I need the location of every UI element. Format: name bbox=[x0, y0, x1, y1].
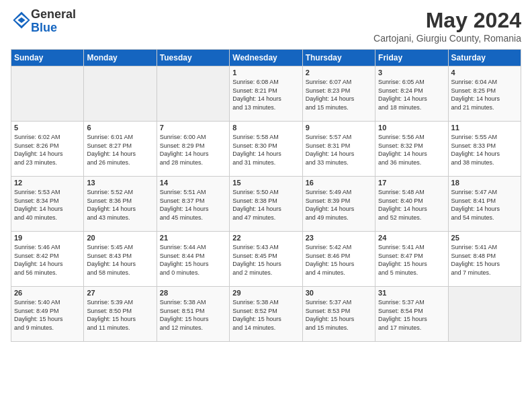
page: General Blue May 2024 Cartojani, Giurgiu… bbox=[0, 0, 532, 411]
day-number: 3 bbox=[378, 68, 445, 77]
day-number: 21 bbox=[160, 234, 226, 242]
logo: General Blue bbox=[11, 8, 76, 35]
day-number: 13 bbox=[87, 179, 153, 187]
col-saturday: Saturday bbox=[448, 50, 521, 66]
day-number: 8 bbox=[232, 124, 299, 132]
calendar-cell: 22Sunrise: 5:43 AM Sunset: 8:45 PM Dayli… bbox=[230, 232, 302, 287]
day-number: 5 bbox=[14, 124, 81, 132]
day-info: Sunrise: 6:07 AM Sunset: 8:23 PM Dayligh… bbox=[306, 78, 372, 111]
day-info: Sunrise: 5:41 AM Sunset: 8:48 PM Dayligh… bbox=[451, 243, 518, 277]
day-info: Sunrise: 5:48 AM Sunset: 8:40 PM Dayligh… bbox=[378, 188, 445, 222]
day-info: Sunrise: 5:57 AM Sunset: 8:31 PM Dayligh… bbox=[306, 133, 372, 167]
day-info: Sunrise: 5:52 AM Sunset: 8:36 PM Dayligh… bbox=[87, 188, 153, 222]
logo-blue: Blue bbox=[31, 21, 57, 34]
day-number: 4 bbox=[451, 68, 518, 77]
calendar-cell: 17Sunrise: 5:48 AM Sunset: 8:40 PM Dayli… bbox=[375, 177, 448, 232]
calendar-cell: 14Sunrise: 5:51 AM Sunset: 8:37 PM Dayli… bbox=[157, 177, 229, 232]
day-info: Sunrise: 5:50 AM Sunset: 8:38 PM Dayligh… bbox=[232, 188, 299, 222]
title-block: May 2024 Cartojani, Giurgiu County, Roma… bbox=[373, 8, 521, 44]
calendar-cell: 9Sunrise: 5:57 AM Sunset: 8:31 PM Daylig… bbox=[302, 122, 375, 177]
logo-text: General Blue bbox=[31, 8, 76, 35]
day-info: Sunrise: 5:43 AM Sunset: 8:45 PM Dayligh… bbox=[232, 243, 299, 277]
calendar-week-4: 19Sunrise: 5:46 AM Sunset: 8:42 PM Dayli… bbox=[11, 232, 521, 287]
day-info: Sunrise: 6:02 AM Sunset: 8:26 PM Dayligh… bbox=[14, 133, 81, 167]
day-info: Sunrise: 6:00 AM Sunset: 8:29 PM Dayligh… bbox=[160, 133, 226, 167]
day-number: 25 bbox=[451, 234, 518, 242]
day-info: Sunrise: 5:39 AM Sunset: 8:50 PM Dayligh… bbox=[87, 298, 153, 332]
col-sunday: Sunday bbox=[11, 50, 84, 66]
day-number: 2 bbox=[306, 68, 372, 77]
calendar-cell: 3Sunrise: 6:05 AM Sunset: 8:24 PM Daylig… bbox=[375, 66, 448, 122]
day-number: 7 bbox=[160, 124, 226, 132]
day-info: Sunrise: 5:51 AM Sunset: 8:37 PM Dayligh… bbox=[160, 188, 226, 222]
calendar-cell: 4Sunrise: 6:04 AM Sunset: 8:25 PM Daylig… bbox=[448, 66, 521, 122]
calendar-cell: 23Sunrise: 5:42 AM Sunset: 8:46 PM Dayli… bbox=[302, 232, 375, 287]
calendar-cell: 27Sunrise: 5:39 AM Sunset: 8:50 PM Dayli… bbox=[84, 287, 157, 342]
calendar-cell: 26Sunrise: 5:40 AM Sunset: 8:49 PM Dayli… bbox=[11, 287, 84, 342]
day-number: 31 bbox=[378, 289, 445, 297]
day-info: Sunrise: 5:40 AM Sunset: 8:49 PM Dayligh… bbox=[14, 298, 81, 332]
day-info: Sunrise: 6:01 AM Sunset: 8:27 PM Dayligh… bbox=[87, 133, 153, 167]
calendar-cell: 25Sunrise: 5:41 AM Sunset: 8:48 PM Dayli… bbox=[448, 232, 521, 287]
day-number: 10 bbox=[378, 124, 445, 132]
calendar-cell: 28Sunrise: 5:38 AM Sunset: 8:51 PM Dayli… bbox=[157, 287, 229, 342]
calendar-cell: 21Sunrise: 5:44 AM Sunset: 8:44 PM Dayli… bbox=[157, 232, 229, 287]
logo-icon bbox=[12, 11, 31, 30]
calendar-cell bbox=[448, 287, 521, 342]
day-info: Sunrise: 6:05 AM Sunset: 8:24 PM Dayligh… bbox=[378, 78, 445, 111]
day-info: Sunrise: 5:37 AM Sunset: 8:53 PM Dayligh… bbox=[306, 298, 372, 332]
day-number: 30 bbox=[306, 289, 372, 297]
calendar-cell: 13Sunrise: 5:52 AM Sunset: 8:36 PM Dayli… bbox=[84, 177, 157, 232]
calendar-cell: 19Sunrise: 5:46 AM Sunset: 8:42 PM Dayli… bbox=[11, 232, 84, 287]
day-info: Sunrise: 5:55 AM Sunset: 8:33 PM Dayligh… bbox=[451, 133, 518, 167]
calendar-cell: 11Sunrise: 5:55 AM Sunset: 8:33 PM Dayli… bbox=[448, 122, 521, 177]
day-number: 16 bbox=[306, 179, 372, 187]
calendar-cell: 20Sunrise: 5:45 AM Sunset: 8:43 PM Dayli… bbox=[84, 232, 157, 287]
day-info: Sunrise: 5:53 AM Sunset: 8:34 PM Dayligh… bbox=[14, 188, 81, 222]
col-wednesday: Wednesday bbox=[230, 50, 302, 66]
calendar-week-5: 26Sunrise: 5:40 AM Sunset: 8:49 PM Dayli… bbox=[11, 287, 521, 342]
day-info: Sunrise: 5:37 AM Sunset: 8:54 PM Dayligh… bbox=[378, 298, 445, 332]
day-number: 6 bbox=[87, 124, 153, 132]
calendar-cell bbox=[84, 66, 157, 122]
calendar-cell: 24Sunrise: 5:41 AM Sunset: 8:47 PM Dayli… bbox=[375, 232, 448, 287]
day-number: 17 bbox=[378, 179, 445, 187]
day-number: 26 bbox=[14, 289, 81, 297]
day-info: Sunrise: 5:44 AM Sunset: 8:44 PM Dayligh… bbox=[160, 243, 226, 277]
calendar-cell: 5Sunrise: 6:02 AM Sunset: 8:26 PM Daylig… bbox=[11, 122, 84, 177]
day-number: 22 bbox=[232, 234, 299, 242]
day-number: 23 bbox=[306, 234, 372, 242]
day-number: 15 bbox=[232, 179, 299, 187]
day-info: Sunrise: 5:46 AM Sunset: 8:42 PM Dayligh… bbox=[14, 243, 81, 277]
col-tuesday: Tuesday bbox=[157, 50, 229, 66]
day-info: Sunrise: 5:45 AM Sunset: 8:43 PM Dayligh… bbox=[87, 243, 153, 277]
day-info: Sunrise: 5:38 AM Sunset: 8:51 PM Dayligh… bbox=[160, 298, 226, 332]
calendar-cell: 18Sunrise: 5:47 AM Sunset: 8:41 PM Dayli… bbox=[448, 177, 521, 232]
day-number: 29 bbox=[232, 289, 299, 297]
col-monday: Monday bbox=[84, 50, 157, 66]
day-info: Sunrise: 5:41 AM Sunset: 8:47 PM Dayligh… bbox=[378, 243, 445, 277]
day-info: Sunrise: 5:58 AM Sunset: 8:30 PM Dayligh… bbox=[232, 133, 299, 167]
calendar-cell: 1Sunrise: 6:08 AM Sunset: 8:21 PM Daylig… bbox=[230, 66, 302, 122]
calendar-cell: 6Sunrise: 6:01 AM Sunset: 8:27 PM Daylig… bbox=[84, 122, 157, 177]
day-info: Sunrise: 6:04 AM Sunset: 8:25 PM Dayligh… bbox=[451, 78, 518, 111]
day-number: 14 bbox=[160, 179, 226, 187]
day-number: 28 bbox=[160, 289, 226, 297]
day-number: 19 bbox=[14, 234, 81, 242]
day-number: 27 bbox=[87, 289, 153, 297]
day-number: 20 bbox=[87, 234, 153, 242]
calendar-cell: 2Sunrise: 6:07 AM Sunset: 8:23 PM Daylig… bbox=[302, 66, 375, 122]
calendar-week-3: 12Sunrise: 5:53 AM Sunset: 8:34 PM Dayli… bbox=[11, 177, 521, 232]
calendar-cell: 29Sunrise: 5:38 AM Sunset: 8:52 PM Dayli… bbox=[230, 287, 302, 342]
day-info: Sunrise: 5:38 AM Sunset: 8:52 PM Dayligh… bbox=[232, 298, 299, 332]
calendar-table: Sunday Monday Tuesday Wednesday Thursday… bbox=[11, 49, 521, 342]
calendar-cell bbox=[11, 66, 84, 122]
day-info: Sunrise: 5:42 AM Sunset: 8:46 PM Dayligh… bbox=[306, 243, 372, 277]
col-friday: Friday bbox=[375, 50, 448, 66]
calendar-header-row: Sunday Monday Tuesday Wednesday Thursday… bbox=[11, 50, 521, 66]
main-title: May 2024 bbox=[373, 8, 521, 33]
calendar-cell: 7Sunrise: 6:00 AM Sunset: 8:29 PM Daylig… bbox=[157, 122, 229, 177]
calendar-cell: 30Sunrise: 5:37 AM Sunset: 8:53 PM Dayli… bbox=[302, 287, 375, 342]
header: General Blue May 2024 Cartojani, Giurgiu… bbox=[11, 8, 521, 44]
calendar-cell: 15Sunrise: 5:50 AM Sunset: 8:38 PM Dayli… bbox=[230, 177, 302, 232]
